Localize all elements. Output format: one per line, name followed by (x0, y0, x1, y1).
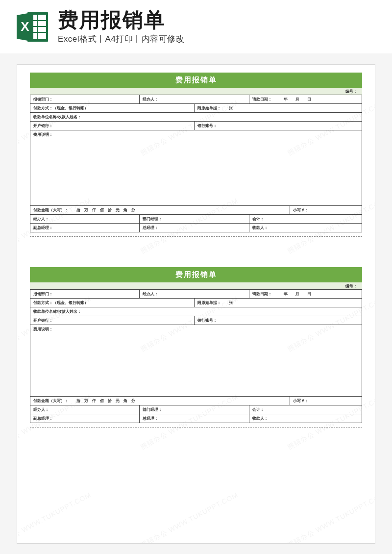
bank-cell: 开户银行： (30, 316, 195, 325)
handler-cell: 经办人： (140, 95, 249, 104)
form-title: 费用报销单 (30, 267, 362, 282)
desc-cell: 费用说明： (30, 325, 362, 397)
vp-cell: 副总经理： (30, 224, 140, 232)
expense-form-1: 费用报销单 编号： 报销部门： 经办人： 请款日期： 年 月 日 付款方式：（现… (30, 73, 362, 232)
form-table: 报销部门： 经办人： 请款日期： 年 月 日 付款方式：（现金、银行转账） 附原… (30, 95, 362, 232)
serial-label: 编号： (345, 89, 357, 94)
dept-cell: 报销部门： (30, 95, 140, 104)
payment-method-cell: 付款方式：（现金、银行转账） (30, 299, 195, 307)
account-cell: 银行账号： (195, 122, 362, 130)
dept-cell: 报销部门： (30, 290, 140, 299)
gm-cell: 总经理： (140, 414, 249, 423)
deptmgr-cell: 部门经理： (140, 405, 249, 414)
handler-cell: 经办人： (140, 290, 249, 299)
excel-icon: X (15, 9, 50, 45)
handler2-cell: 经办人： (30, 215, 140, 224)
accountant-cell: 会计： (249, 215, 362, 224)
cut-line (30, 236, 362, 237)
date-cell: 请款日期： 年 月 日 (249, 290, 362, 299)
document-preview: 费用报销单 编号： 报销部门： 经办人： 请款日期： 年 月 日 付款方式：（现… (17, 64, 375, 544)
payment-method-cell: 付款方式：（现金、银行转账） (30, 104, 195, 113)
payee2-cell: 收款人： (249, 414, 362, 423)
date-cell: 请款日期： 年 月 日 (249, 95, 362, 104)
vp-cell: 副总经理： (30, 414, 140, 423)
payee2-cell: 收款人： (249, 224, 362, 232)
watermark: 熊猫办公 WWW.TUKUPPT.COM (286, 491, 375, 544)
gm-cell: 总经理： (140, 224, 249, 232)
serial-bar: 编号： (30, 88, 362, 95)
account-cell: 银行账号： (195, 316, 362, 325)
page-header: X 费用报销单 Excel格式丨A4打印丨内容可修改 (0, 0, 392, 53)
amount-words-cell: 付款金额（大写）： 拾 万 仟 佰 拾 元 角 分 (30, 206, 290, 215)
attachments-cell: 附原始单据： 张 (195, 104, 362, 113)
deptmgr-cell: 部门经理： (140, 215, 249, 224)
form-title: 费用报销单 (30, 73, 362, 88)
desc-cell: 费用说明： (30, 130, 362, 206)
svg-text:X: X (21, 19, 29, 34)
cut-line (30, 427, 362, 428)
accountant-cell: 会计： (249, 405, 362, 414)
handler2-cell: 经办人： (30, 405, 140, 414)
watermark: 熊猫办公 WWW.TUKUPPT.COM (17, 491, 93, 544)
bank-cell: 开户银行： (30, 122, 195, 130)
amount-num-cell: 小写￥： (290, 397, 362, 405)
attachments-cell: 附原始单据： 张 (195, 299, 362, 307)
payee-cell: 收款单位名称/收款人姓名： (30, 113, 362, 122)
header-text: 费用报销单 Excel格式丨A4打印丨内容可修改 (58, 9, 377, 45)
header-subtitle: Excel格式丨A4打印丨内容可修改 (58, 33, 377, 45)
amount-num-cell: 小写￥： (290, 206, 362, 215)
expense-form-2: 费用报销单 编号： 报销部门： 经办人： 请款日期： 年 月 日 付款方式：（现… (30, 267, 362, 423)
form-table: 报销部门： 经办人： 请款日期： 年 月 日 付款方式：（现金、银行转账） 附原… (30, 289, 362, 423)
serial-label: 编号： (345, 283, 357, 289)
amount-words-cell: 付款金额（大写）： 拾 万 仟 佰 拾 元 角 分 (30, 397, 290, 405)
header-title: 费用报销单 (58, 9, 377, 31)
serial-bar: 编号： (30, 282, 362, 289)
payee-cell: 收款单位名称/收款人姓名： (30, 307, 362, 316)
watermark: 熊猫办公 WWW.TUKUPPT.COM (139, 491, 240, 544)
